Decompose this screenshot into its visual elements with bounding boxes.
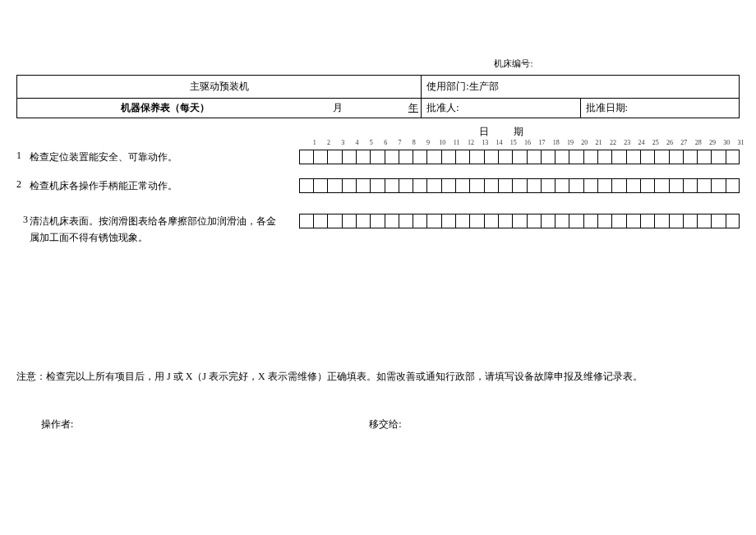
check-grid-cell[interactable] xyxy=(455,214,469,228)
check-grid-cell[interactable] xyxy=(484,150,498,164)
check-grid-cell[interactable] xyxy=(555,178,569,193)
check-grid-cell[interactable] xyxy=(342,178,356,193)
check-grid-cell[interactable] xyxy=(441,214,455,228)
check-grid-cell[interactable] xyxy=(640,214,654,228)
check-grid-cell[interactable] xyxy=(426,214,440,228)
check-grid-cell[interactable] xyxy=(342,214,356,228)
check-grid-cell[interactable] xyxy=(711,214,725,228)
check-grid-cell[interactable] xyxy=(541,178,555,193)
check-grid-cell[interactable] xyxy=(597,150,611,164)
check-grid-cell[interactable] xyxy=(654,150,668,164)
check-grid-cell[interactable] xyxy=(541,214,555,228)
operator-label[interactable]: 操作者: xyxy=(16,417,73,431)
check-grid-cell[interactable] xyxy=(527,150,541,164)
dept-label: 使用部门: xyxy=(426,81,468,92)
check-grid-cell[interactable] xyxy=(541,150,555,164)
check-grid-cell[interactable] xyxy=(370,214,384,228)
check-grid-cell[interactable] xyxy=(399,150,413,164)
check-grid-cell[interactable] xyxy=(455,178,469,193)
check-grid-cell[interactable] xyxy=(356,214,370,228)
check-grid-cell[interactable] xyxy=(327,178,341,193)
check-grid-cell[interactable] xyxy=(426,178,440,193)
check-grid-cell[interactable] xyxy=(583,178,597,193)
check-grid-cell[interactable] xyxy=(555,214,569,228)
check-grid-cell[interactable] xyxy=(711,178,725,193)
check-grid-cell[interactable] xyxy=(640,178,654,193)
check-grid-cell[interactable] xyxy=(626,214,640,228)
check-grid-cell[interactable] xyxy=(569,150,583,164)
check-grid-cell[interactable] xyxy=(413,150,426,164)
check-grid-cell[interactable] xyxy=(683,214,697,228)
check-grid-cell[interactable] xyxy=(512,178,526,193)
check-grid-cell[interactable] xyxy=(399,214,413,228)
check-grid-cell[interactable] xyxy=(555,150,569,164)
check-grid-cell[interactable] xyxy=(498,150,512,164)
check-grid-cell[interactable] xyxy=(342,150,356,164)
check-grid-cell[interactable] xyxy=(441,178,455,193)
check-grid-cell[interactable] xyxy=(356,178,370,193)
check-grid-cell[interactable] xyxy=(583,150,597,164)
check-grid-cell[interactable] xyxy=(441,150,455,164)
check-grid-cell[interactable] xyxy=(313,178,327,193)
check-grid-cell[interactable] xyxy=(569,178,583,193)
check-grid-cell[interactable] xyxy=(370,178,384,193)
check-grid-cell[interactable] xyxy=(654,214,668,228)
check-grid-cell[interactable] xyxy=(583,214,597,228)
check-grid-cell[interactable] xyxy=(327,150,341,164)
check-grid-cell[interactable] xyxy=(527,214,541,228)
check-grid-cell[interactable] xyxy=(726,214,740,228)
check-grid-cell[interactable] xyxy=(455,150,469,164)
check-grid-cell[interactable] xyxy=(299,214,313,228)
check-grid-cell[interactable] xyxy=(683,178,697,193)
check-grid-cell[interactable] xyxy=(711,150,725,164)
handover-label[interactable]: 移交给: xyxy=(73,417,401,431)
check-grid-cell[interactable] xyxy=(697,178,711,193)
check-grid-cell[interactable] xyxy=(697,214,711,228)
check-grid-cell[interactable] xyxy=(426,150,440,164)
check-grid-cell[interactable] xyxy=(669,150,683,164)
check-grid-cell[interactable] xyxy=(611,150,625,164)
check-grid-cell[interactable] xyxy=(385,178,399,193)
check-grid-cell[interactable] xyxy=(626,178,640,193)
check-grid-cell[interactable] xyxy=(527,178,541,193)
check-grid-cell[interactable] xyxy=(469,214,483,228)
check-grid-cell[interactable] xyxy=(597,214,611,228)
check-grid-cell[interactable] xyxy=(484,178,498,193)
check-grid-cell[interactable] xyxy=(413,178,426,193)
check-grid-cell[interactable] xyxy=(597,178,611,193)
check-grid-cell[interactable] xyxy=(413,214,426,228)
check-grid-cell[interactable] xyxy=(313,214,327,228)
check-grid-cell[interactable] xyxy=(626,150,640,164)
check-grid-cell[interactable] xyxy=(399,178,413,193)
check-grid-cell[interactable] xyxy=(611,178,625,193)
check-grid-cell[interactable] xyxy=(356,150,370,164)
check-grid-cell[interactable] xyxy=(512,150,526,164)
check-grid-cell[interactable] xyxy=(697,150,711,164)
check-grid-cell[interactable] xyxy=(611,214,625,228)
check-grid-cell[interactable] xyxy=(385,214,399,228)
check-grid-cell[interactable] xyxy=(469,178,483,193)
check-grid-cell[interactable] xyxy=(299,178,313,193)
check-grid-cell[interactable] xyxy=(569,214,583,228)
check-grid-cell[interactable] xyxy=(385,150,399,164)
check-grid-cell[interactable] xyxy=(498,214,512,228)
check-grid-cell[interactable] xyxy=(299,150,313,164)
check-grid-cell[interactable] xyxy=(512,214,526,228)
check-grid-cell[interactable] xyxy=(726,150,740,164)
check-grid-cell[interactable] xyxy=(669,214,683,228)
check-grid-cell[interactable] xyxy=(370,150,384,164)
check-grid-cell[interactable] xyxy=(313,150,327,164)
check-grid-cell[interactable] xyxy=(683,150,697,164)
check-grid-cell[interactable] xyxy=(484,214,498,228)
check-grid-cell[interactable] xyxy=(327,214,341,228)
check-grid-cell[interactable] xyxy=(654,178,668,193)
dept-value: 生产部 xyxy=(469,81,499,92)
check-grid-cell[interactable] xyxy=(669,178,683,193)
approve-date-cell[interactable]: 批准日期: xyxy=(580,99,739,118)
check-grid-cell[interactable] xyxy=(498,178,512,193)
maintenance-row: 机器保养表（每天） 月 年 xyxy=(17,99,422,118)
check-grid-cell[interactable] xyxy=(726,178,740,193)
approver-cell[interactable]: 批准人: xyxy=(422,99,580,118)
check-grid-cell[interactable] xyxy=(640,150,654,164)
check-grid-cell[interactable] xyxy=(469,150,483,164)
